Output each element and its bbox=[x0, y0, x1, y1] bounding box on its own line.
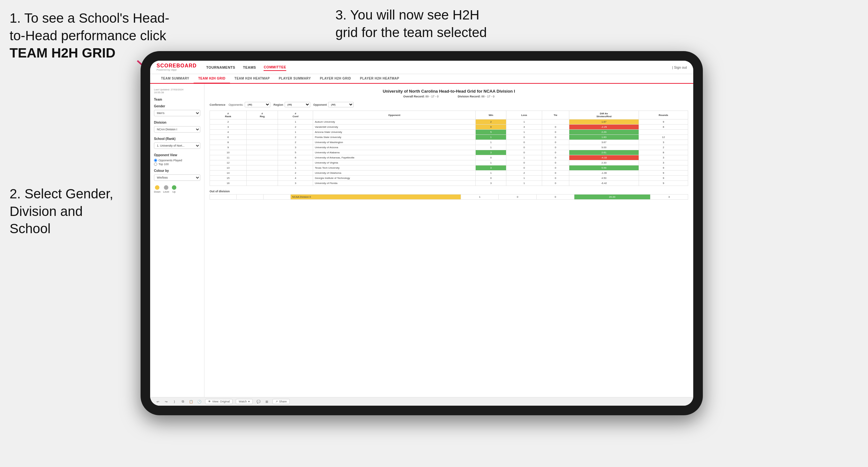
annotation-step1-bold: TEAM H2H GRID bbox=[9, 45, 115, 60]
col-diff: Diff AvStrokes/Rnd bbox=[569, 111, 639, 120]
col-win: Win bbox=[476, 111, 506, 120]
navbar: SCOREBOARD Powered by clippi TOURNAMENTS… bbox=[150, 61, 693, 74]
subnav-team-summary[interactable]: TEAM SUMMARY bbox=[157, 74, 194, 84]
sidebar-school-label: School (Rank) bbox=[154, 137, 200, 141]
col-loss: Loss bbox=[506, 111, 542, 120]
annotation-step1-line2: to-Head performance click bbox=[9, 28, 166, 43]
grid-title: University of North Carolina Head-to-Hea… bbox=[210, 89, 688, 94]
filter-opponent-select[interactable]: (All) bbox=[328, 102, 354, 107]
sidebar-gender-label: Gender bbox=[154, 104, 200, 108]
annotation-step3-line2: grid for the team selected bbox=[336, 25, 487, 40]
annotation-step2: 2. Select Gender, Division and School bbox=[9, 185, 144, 238]
out-of-division-label: Out of division bbox=[210, 190, 688, 193]
subnav: TEAM SUMMARY TEAM H2H GRID TEAM H2H HEAT… bbox=[150, 74, 693, 84]
nav-teams[interactable]: TEAMS bbox=[243, 64, 256, 71]
annotation-step1: 1. To see a School's Head- to-Head perfo… bbox=[9, 9, 169, 62]
table-row: 2 1 Auburn University 2 1 1.67 9 bbox=[210, 120, 688, 125]
annotation-step2-line1: 2. Select Gender, bbox=[9, 186, 114, 201]
radio-opponents-played[interactable]: Opponents Played bbox=[154, 159, 200, 162]
color-dot-down bbox=[155, 185, 159, 190]
col-rank: #Rank bbox=[210, 111, 247, 120]
tablet-screen: SCOREBOARD Powered by clippi TOURNAMENTS… bbox=[150, 61, 693, 406]
filter-opponents-label: Opponents: bbox=[229, 103, 244, 106]
subnav-player-h2h-grid[interactable]: PLAYER H2H GRID bbox=[315, 74, 355, 84]
color-dot-up bbox=[172, 185, 176, 190]
legend-down-label: Down bbox=[154, 190, 160, 193]
redo-icon[interactable]: ↪ bbox=[163, 399, 169, 404]
table-row: 8 2 University of Washington 1 0 0 3.67 … bbox=[210, 140, 688, 145]
share-button[interactable]: ↗ Share bbox=[273, 399, 290, 404]
out-of-division-row: NCAA Division II 1 0 0 26.00 3 bbox=[210, 194, 688, 200]
grid-icon[interactable]: ⊞ bbox=[264, 399, 269, 404]
sidebar-division-label: Division bbox=[154, 121, 200, 124]
table-row: 14 2 University of Oklahoma 1 2 0 -1.00 … bbox=[210, 170, 688, 176]
comment-icon[interactable]: 💬 bbox=[256, 399, 261, 404]
h2h-table: #Rank #Reg #Conf Opponent Win Loss Tie D… bbox=[210, 111, 688, 186]
share-label: Share bbox=[279, 400, 287, 403]
col-tie: Tie bbox=[542, 111, 569, 120]
sidebar: Last Updated: 27/03/2024 16:55:38 Team G… bbox=[150, 84, 205, 397]
out-of-division-table: NCAA Division II 1 0 0 26.00 3 bbox=[210, 194, 688, 200]
paste-icon[interactable]: 📋 bbox=[188, 399, 194, 404]
table-row: 13 1 Texas Tech University 3 0 0 5.56 9 bbox=[210, 165, 688, 170]
logo: SCOREBOARD Powered by clippi bbox=[157, 63, 197, 71]
clock-icon[interactable]: 🕐 bbox=[197, 399, 202, 404]
sidebar-team-label: Team bbox=[154, 98, 200, 101]
logo-text: SCOREBOARD bbox=[157, 63, 197, 68]
nav-committee[interactable]: COMMITTEE bbox=[264, 64, 286, 71]
undo-icon[interactable]: ↩ bbox=[155, 399, 160, 404]
watch-button[interactable]: Watch ▾ bbox=[236, 399, 252, 404]
color-dot-level bbox=[164, 185, 168, 190]
filter-opponents-select[interactable]: (All) bbox=[245, 102, 270, 107]
copy-icon[interactable]: ⧉ bbox=[180, 399, 185, 404]
grid-records: Overall Record: 89 - 17 - 0 Division Rec… bbox=[210, 95, 688, 98]
col-rounds: Rounds bbox=[639, 111, 688, 120]
col-conf: #Conf bbox=[278, 111, 313, 120]
filter-region-select[interactable]: (All) bbox=[285, 102, 310, 107]
annotation-step2-line3: School bbox=[9, 221, 51, 236]
sidebar-timestamp: Last Updated: 27/03/2024 16:55:38 bbox=[154, 88, 200, 94]
opponent-view-radio-group: Opponents Played Top 100 bbox=[154, 159, 200, 166]
table-row: 10 5 University of Alabama 3 0 0 2.61 8 bbox=[210, 150, 688, 155]
main-content: Last Updated: 27/03/2024 16:55:38 Team G… bbox=[150, 84, 693, 397]
sidebar-timestamp-time: 16:55:38 bbox=[154, 91, 164, 94]
filter-group-region: Region (All) bbox=[274, 102, 310, 107]
filter-row: Conference Opponents: (All) Region (All) bbox=[210, 102, 688, 107]
sign-out-link[interactable]: Sign out bbox=[674, 65, 687, 69]
legend-level-label: Level bbox=[163, 190, 169, 193]
view-icon: 👁 bbox=[208, 400, 211, 403]
filter-group-opponent: Opponent (All) bbox=[313, 102, 354, 107]
col-opponent: Opponent bbox=[313, 111, 476, 120]
filter-group-conference: Conference bbox=[210, 103, 225, 106]
nav-tournaments[interactable]: TOURNAMENTS bbox=[206, 64, 236, 71]
table-row: 11 6 University of Arkansas, Fayettevill… bbox=[210, 155, 688, 160]
tablet-device: SCOREBOARD Powered by clippi TOURNAMENTS… bbox=[141, 51, 703, 415]
subnav-player-h2h-heatmap[interactable]: PLAYER H2H HEATMAP bbox=[355, 74, 404, 84]
legend-up-label: Up bbox=[172, 190, 176, 193]
forward-icon[interactable]: ⟩ bbox=[172, 399, 177, 404]
view-original-button[interactable]: 👁 View: Original bbox=[205, 399, 232, 404]
sidebar-colour-by-label: Colour by bbox=[154, 169, 200, 173]
subnav-team-h2h-grid[interactable]: TEAM H2H GRID bbox=[194, 74, 230, 84]
subnav-team-h2h-heatmap[interactable]: TEAM H2H HEATMAP bbox=[230, 74, 274, 84]
data-area: University of North Carolina Head-to-Hea… bbox=[205, 84, 693, 397]
col-reg: #Reg bbox=[247, 111, 278, 120]
table-row: 15 4 Georgia Institute of Technology 0 1… bbox=[210, 176, 688, 181]
table-row: 6 2 Florida State University 1 0 0 1.83 … bbox=[210, 135, 688, 140]
subnav-player-summary[interactable]: PLAYER SUMMARY bbox=[274, 74, 315, 84]
gender-select[interactable]: Men's bbox=[154, 110, 200, 116]
sidebar-timestamp-label: Last Updated: 27/03/2024 bbox=[154, 88, 183, 91]
colour-by-select[interactable]: Win/loss bbox=[154, 175, 200, 181]
radio-top100[interactable]: Top 100 bbox=[154, 163, 200, 166]
sidebar-opponent-view-label: Opponent View bbox=[154, 153, 200, 157]
watch-label: Watch bbox=[239, 400, 247, 403]
annotation-step3-line1: 3. You will now see H2H bbox=[336, 7, 479, 22]
logo-subtext: Powered by clippi bbox=[157, 68, 197, 71]
annotation-step2-line2: Division and bbox=[9, 204, 83, 219]
table-row: 12 3 University of Virginia 1 0 0 2.33 3 bbox=[210, 160, 688, 165]
school-select[interactable]: 1. University of Nort... bbox=[154, 143, 200, 149]
division-select[interactable]: NCAA Division I bbox=[154, 126, 200, 132]
nav-right: | Sign out bbox=[672, 65, 687, 69]
overall-record: Overall Record: 89 - 17 - 0 bbox=[403, 95, 439, 98]
view-label: View: Original bbox=[212, 400, 230, 403]
